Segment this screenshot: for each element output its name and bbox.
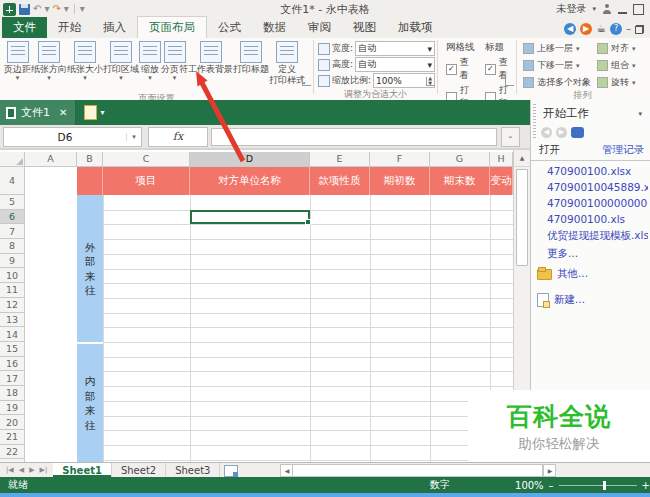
row-header-12[interactable]: 12 — [0, 298, 25, 313]
share-icon[interactable]: ◀ — [564, 23, 576, 35]
collapse-ribbon-icon[interactable]: – — [626, 24, 631, 34]
other-files-link[interactable]: 其他... — [531, 261, 650, 281]
column-header-G[interactable]: G — [430, 152, 490, 167]
zoom-slider[interactable] — [559, 485, 637, 486]
header-cell-H[interactable]: 变动 — [490, 167, 513, 195]
row-header-18[interactable]: 18 — [0, 386, 25, 401]
header-cell-B[interactable] — [77, 167, 103, 195]
tab-加载项[interactable]: 加载项 — [387, 17, 444, 38]
new-document-dropdown-icon[interactable]: ▾ — [100, 108, 104, 117]
column-header-F[interactable]: F — [370, 152, 430, 167]
cup-icon[interactable]: ☕ — [596, 23, 606, 35]
tab-开始[interactable]: 开始 — [47, 17, 92, 38]
formula-input[interactable] — [211, 128, 497, 146]
row-header-5[interactable]: 5 — [0, 195, 25, 210]
new-document-button[interactable]: ▾ — [84, 105, 104, 120]
spreadsheet-grid[interactable]: ABCDEFGH 4567891011121314151617181920212… — [0, 150, 513, 462]
horizontal-scrollbar-thumb[interactable] — [293, 464, 543, 477]
scroll-up-icon[interactable]: ▲ — [514, 150, 530, 167]
column-header-C[interactable]: C — [103, 152, 190, 167]
header-cell-D[interactable]: 对方单位名称 — [190, 167, 310, 195]
pane-forward-icon[interactable]: ▶ — [556, 127, 567, 138]
dialog-launcher-icon[interactable] — [505, 77, 514, 86]
button-分页符[interactable]: 分页符▾ — [161, 40, 188, 92]
row-header-10[interactable]: 10 — [0, 268, 25, 283]
zoom-in-icon[interactable]: + — [642, 480, 650, 491]
first-sheet-icon[interactable]: |◀ — [6, 466, 14, 474]
view-checkbox[interactable]: ✓ — [485, 64, 496, 75]
recent-file-link[interactable]: 470900100.xls — [547, 213, 648, 225]
button-纸张方向[interactable]: 纸张方向▾ — [31, 40, 67, 92]
button-定义打印样式[interactable]: 定义打印样式 — [269, 40, 305, 92]
row-header-15[interactable]: 15 — [0, 342, 25, 357]
redo-icon[interactable]: ↷ — [52, 4, 60, 14]
maximize-button[interactable] — [633, 4, 644, 15]
tab-插入[interactable]: 插入 — [92, 17, 137, 38]
header-cell-E[interactable]: 款项性质 — [310, 167, 370, 195]
pane-home-icon[interactable] — [571, 127, 584, 138]
sheet-tab-Sheet2[interactable]: Sheet2 — [112, 463, 166, 477]
column-header-E[interactable]: E — [310, 152, 370, 167]
dialog-launcher-icon[interactable] — [426, 77, 435, 86]
row-header-20[interactable]: 20 — [0, 415, 25, 430]
open-label[interactable]: 打开 — [539, 143, 560, 157]
button-工作表背景[interactable]: 工作表背景 — [188, 40, 233, 92]
tab-数据[interactable]: 数据 — [252, 17, 297, 38]
dropdown-icon[interactable]: ▾ — [427, 44, 432, 54]
button-旋转[interactable]: 旋转▾ — [597, 76, 636, 89]
recent-file-link[interactable]: 更多... — [547, 247, 648, 261]
button-下移一层[interactable]: 下移一层▾ — [523, 59, 591, 72]
restore-window-icon[interactable] — [635, 25, 644, 34]
column-header-H[interactable]: H — [490, 152, 513, 167]
manage-records-link[interactable]: 管理记录 — [602, 143, 644, 157]
insert-function-button[interactable]: fx — [148, 127, 208, 147]
row-header-11[interactable]: 11 — [0, 283, 25, 298]
row-header-19[interactable]: 19 — [0, 401, 25, 416]
recent-file-link[interactable]: 优贸提现提现模板.xlsx — [547, 229, 648, 243]
sync-icon[interactable]: ▶ — [580, 23, 592, 35]
row-header-4[interactable]: 4 — [0, 167, 25, 195]
zoom-slider-handle[interactable] — [603, 481, 606, 490]
dialog-launcher-icon[interactable] — [302, 77, 311, 86]
last-sheet-icon[interactable]: ▶| — [40, 466, 48, 474]
row-header-17[interactable]: 17 — [0, 371, 25, 386]
undo-icon[interactable]: ↶ — [33, 4, 41, 14]
button-选择多个对象[interactable]: 选择多个对象 — [523, 76, 591, 89]
select-all-corner[interactable] — [0, 152, 25, 167]
row-header-14[interactable]: 14 — [0, 327, 25, 342]
document-tab[interactable]: 文件1 ✕ — [0, 100, 76, 125]
fit-value-field[interactable]: 自动▾ — [355, 57, 435, 72]
button-打印区域[interactable]: 打印区域▾ — [103, 40, 139, 92]
button-组合[interactable]: 组合▾ — [597, 59, 636, 72]
fit-value-field[interactable]: 自动▾ — [355, 41, 435, 56]
row-header-7[interactable]: 7 — [0, 224, 25, 239]
row-header-13[interactable]: 13 — [0, 313, 25, 328]
redo-dropdown-icon[interactable]: ▾ — [64, 4, 69, 14]
row-header-21[interactable]: 21 — [0, 430, 25, 445]
customize-qat-icon[interactable]: ▾ — [80, 4, 85, 14]
recent-file-link[interactable]: 47090010045889.xlsx — [547, 181, 648, 193]
row-header-6[interactable]: 6 — [0, 210, 25, 225]
button-页边距[interactable]: 页边距▾ — [4, 40, 31, 92]
tab-文件[interactable]: 文件 — [2, 17, 47, 38]
row-header-16[interactable]: 16 — [0, 357, 25, 372]
header-cell-F[interactable]: 期初数 — [370, 167, 430, 195]
save-icon[interactable] — [19, 4, 30, 15]
name-box-dropdown-icon[interactable]: ▾ — [126, 133, 141, 141]
tab-审阅[interactable]: 审阅 — [297, 17, 342, 38]
tab-公式[interactable]: 公式 — [207, 17, 252, 38]
zoom-out-icon[interactable]: – — [549, 480, 554, 491]
recent-file-link[interactable]: 47090010000000000000 — [547, 197, 648, 209]
user-icon[interactable] — [602, 4, 612, 14]
sheet-tab-Sheet1[interactable]: Sheet1 — [53, 463, 112, 477]
scroll-left-icon[interactable]: ◀ — [280, 464, 293, 477]
minimize-button[interactable] — [618, 4, 627, 14]
tab-页面布局[interactable]: 页面布局 — [137, 16, 207, 38]
login-dropdown-icon[interactable]: ▾ — [592, 5, 596, 13]
horizontal-scrollbar[interactable]: ◀ ▶ — [280, 463, 556, 477]
login-button[interactable]: 未登录 — [556, 2, 586, 16]
header-cell-C[interactable]: 项目 — [103, 167, 190, 195]
view-checkbox[interactable]: ✓ — [446, 64, 457, 75]
pane-dropdown-icon[interactable]: ▾ — [638, 110, 642, 118]
merged-cell-1[interactable]: 外部来往 — [77, 195, 103, 344]
